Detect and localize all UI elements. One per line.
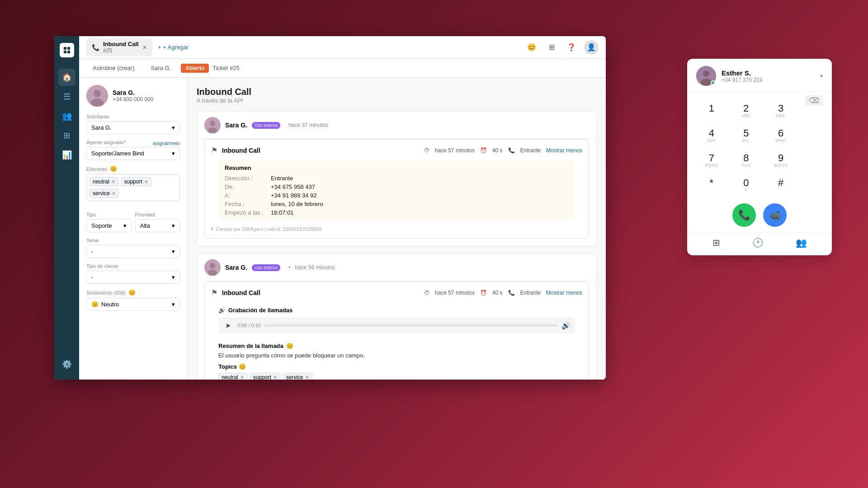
contact-name: Sara G. — [113, 89, 153, 96]
tags-container[interactable]: neutral ✕ support ✕ service ✕ — [86, 174, 180, 201]
dialer-footer: ⊞ 🕐 👥 — [687, 232, 832, 255]
progress-bar[interactable] — [264, 324, 558, 326]
key-7[interactable]: 7 PQRS — [694, 149, 729, 173]
main-content: Sara G. +34 600 000 000 Solicitante Sara… — [79, 78, 606, 380]
duration-icon-1: ⏰ — [480, 147, 487, 154]
nav-tickets[interactable]: ☰ — [58, 88, 75, 105]
tema-select[interactable]: - ▾ — [86, 245, 180, 258]
footer-contacts-button[interactable]: 👥 — [796, 237, 807, 248]
prioridad-select[interactable]: Alta ▾ — [135, 219, 180, 232]
conv-time-1: hace 37 minutos — [288, 122, 328, 128]
key-8[interactable]: 8 TUV — [729, 149, 764, 173]
tag-neutral-remove[interactable]: ✕ — [111, 179, 115, 185]
key-6[interactable]: 6 MNO — [764, 124, 798, 148]
nav-home[interactable]: 🏠 — [58, 69, 75, 86]
footer-history-button[interactable]: 🕐 — [752, 237, 764, 248]
key-0[interactable]: 0 + — [729, 174, 764, 198]
audio-time: 0:00 / 0:10 — [237, 323, 261, 328]
tag-service-remove[interactable]: ✕ — [112, 191, 116, 197]
key-3[interactable]: 3 DEF — [764, 99, 798, 123]
svg-point-10 — [703, 70, 709, 77]
caller-info: Esther S. +34 917 370 224 — [722, 69, 815, 83]
topic-tag-support-remove[interactable]: ✕ — [273, 375, 277, 380]
solicitante-value: Sara G. — [91, 124, 112, 131]
solicitante-select[interactable]: Sara G. ▾ — [86, 121, 180, 134]
agente-select[interactable]: Soporte/James Bind ▾ — [86, 147, 180, 160]
volume-icon[interactable]: 🔊 — [561, 321, 571, 330]
video-call-button[interactable]: 📹 — [763, 203, 787, 227]
user-profile-button[interactable]: 👤 — [584, 40, 599, 55]
show-less-1[interactable]: Mostrar menos — [546, 147, 582, 154]
call-card-header-1: ⚑ Inbound Call ⏱ hace 57 minutos ⏰ 40 s … — [211, 146, 582, 155]
key-1[interactable]: 1 — [694, 99, 729, 123]
chevron-down-icon4: ▾ — [172, 222, 175, 229]
key-hash[interactable]: # — [764, 174, 798, 198]
show-less-2[interactable]: Mostrar menos — [546, 290, 582, 296]
topic-tag-neutral: neutral ✕ — [218, 373, 247, 380]
contact-phone: +34 600 000 000 — [113, 96, 153, 103]
add-tab-button[interactable]: + + Agregar — [158, 44, 189, 51]
tipo-prioridad-row: Tipo Soporte ▾ Prioridad Alta ▾ — [86, 206, 180, 232]
play-button[interactable]: ▶ — [223, 320, 234, 331]
grid-button[interactable]: ⊞ — [544, 40, 559, 55]
chevron-down-icon2: ▾ — [172, 150, 175, 157]
caller-phone: +34 917 370 224 — [722, 77, 815, 83]
tipo-cliente-select[interactable]: - ▾ — [86, 271, 180, 284]
assign-link[interactable]: asignármelo — [153, 141, 180, 146]
nav-contacts[interactable]: 👥 — [58, 108, 75, 125]
dialer-actions: 📞 📹 — [687, 198, 832, 232]
sidebar-nav: 🏠 ☰ 👥 ⊞ 📊 ⚙️ — [54, 36, 79, 380]
chevron-down-icon: ▾ — [172, 124, 175, 131]
emoji-button[interactable]: 😊 — [524, 40, 539, 55]
conv-user-2: Sara G. — [225, 264, 247, 271]
clock-icon-2: ⏱ — [424, 290, 429, 296]
call-button[interactable]: 📞 — [732, 203, 756, 227]
resumen-block-1: Resumen Dirección : Entrante De: +34 675… — [218, 160, 575, 221]
tag-support-remove[interactable]: ✕ — [144, 179, 148, 185]
call-title-2: Inbound Call — [222, 289, 260, 296]
ticket-tab[interactable]: 📞 Inbound Call #25 ✕ — [86, 38, 152, 56]
tab-sara[interactable]: Sara G. — [144, 62, 177, 74]
footer-apps-button[interactable]: ⊞ — [712, 237, 720, 248]
call-details-1: Dirección : Entrante De: +34 675 958 437… — [225, 175, 569, 216]
help-button[interactable]: ❓ — [564, 40, 579, 55]
key-2[interactable]: 2 ABC — [729, 99, 764, 123]
caller-name: Esther S. — [722, 69, 815, 77]
prioridad-label: Prioridad — [135, 212, 180, 217]
dialer-popup: Esther S. +34 917 370 224 ▾ ⌫ 1 2 ABC 3 … — [687, 59, 832, 255]
key-4[interactable]: 4 GHI — [694, 124, 729, 148]
emoji-topics: 😊 — [239, 363, 246, 370]
logo — [60, 43, 74, 57]
topic-tag-service-remove[interactable]: ✕ — [305, 375, 309, 380]
topic-tag-neutral-remove[interactable]: ✕ — [240, 375, 244, 380]
page-subtitle: A través de la API — [197, 97, 597, 104]
info-icon-1: ℹ — [211, 226, 213, 232]
expand-button[interactable]: ▾ — [820, 73, 823, 79]
tab-astroline[interactable]: Astroline (crear) — [86, 62, 141, 74]
content-area: 📞 Inbound Call #25 ✕ + + Agregar 😊 ⊞ ❓ 👤… — [79, 36, 606, 380]
summary-section: Resumen de la llamada 😊 El usuario pregu… — [211, 338, 582, 380]
close-tab-button[interactable]: ✕ — [142, 44, 147, 51]
tipo-select[interactable]: Soporte ▾ — [86, 219, 132, 232]
status-badge: Abierto — [181, 64, 209, 73]
key-5[interactable]: 5 JKL — [729, 124, 764, 148]
top-bar: 📞 Inbound Call #25 ✕ + + Agregar 😊 ⊞ ❓ 👤 — [79, 36, 606, 59]
ticket-title: Inbound Call — [103, 41, 139, 47]
nav-reports[interactable]: ⊞ — [58, 127, 75, 144]
svg-point-11 — [701, 79, 712, 86]
nav-analytics[interactable]: 📊 — [58, 146, 75, 164]
delete-button[interactable]: ⌫ — [805, 95, 823, 106]
tag-support: support ✕ — [121, 177, 151, 186]
key-9[interactable]: 9 WXYZ — [764, 149, 798, 173]
call-meta-2: ⏱ hace 57 minutos ⏰ 40 s 📞 Entrante Most… — [424, 290, 582, 296]
nav-settings[interactable]: ⚙️ — [58, 356, 75, 373]
key-star[interactable]: * — [694, 174, 729, 198]
main-window: 📞 Inbound Call #25 ✕ + + Agregar 😊 ⊞ ❓ 👤… — [54, 36, 606, 380]
dialer-header: Esther S. +34 917 370 224 ▾ — [687, 59, 832, 92]
emoji-tags-icon: 😊 — [110, 165, 117, 172]
ticket-ref: Ticket #25 — [212, 65, 240, 71]
sentimiento-select[interactable]: 😐 Neutro ▾ — [86, 298, 180, 311]
svg-point-7 — [210, 263, 215, 268]
speaker-icon: 🔊 — [218, 307, 226, 314]
online-indicator — [711, 80, 715, 85]
